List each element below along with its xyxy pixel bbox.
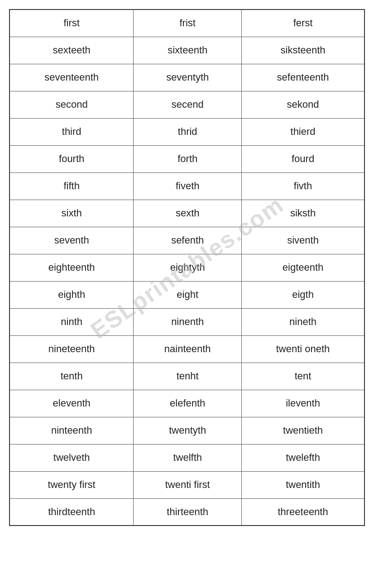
table-cell: thirteenth bbox=[134, 498, 242, 526]
table-row: thirdteenththirteenththreeteenth bbox=[10, 498, 364, 526]
table-row: eighteentheightytheigteenth bbox=[10, 254, 364, 281]
table-row: sixthsexthsiksth bbox=[10, 200, 364, 227]
table-cell: sixth bbox=[10, 200, 134, 227]
table-cell: siventh bbox=[242, 227, 364, 254]
table-cell: nainteenth bbox=[134, 335, 242, 363]
table-cell: eigth bbox=[242, 281, 364, 308]
table-cell: eightyth bbox=[134, 254, 242, 281]
table-cell: eigteenth bbox=[242, 254, 364, 281]
table-row: nineteenthnainteenthtwenti oneth bbox=[10, 335, 364, 363]
table-cell: eleventh bbox=[10, 390, 134, 417]
table-cell: thirdteenth bbox=[10, 498, 134, 526]
table-row: fourthforthfourd bbox=[10, 145, 364, 172]
table-row: firstfristferst bbox=[10, 10, 364, 37]
table-cell: ninth bbox=[10, 308, 134, 335]
table-cell: elefenth bbox=[134, 390, 242, 417]
table-cell: eighth bbox=[10, 281, 134, 308]
table-cell: siksth bbox=[242, 200, 364, 227]
table-cell: frist bbox=[134, 10, 242, 37]
table-cell: twenty first bbox=[10, 471, 134, 498]
ordinals-table: firstfristferstsexteethsixteenthsiksteen… bbox=[9, 9, 365, 526]
table-cell: siksteenth bbox=[242, 37, 364, 64]
table-cell: sekond bbox=[242, 91, 364, 118]
table-cell: third bbox=[10, 118, 134, 145]
table-cell: twentith bbox=[242, 471, 364, 498]
table-cell: twentieth bbox=[242, 417, 364, 444]
table-cell: sixteenth bbox=[134, 37, 242, 64]
table-row: seventhsefenthsiventh bbox=[10, 227, 364, 254]
table-row: sexteethsixteenthsiksteenth bbox=[10, 37, 364, 64]
table-cell: seventh bbox=[10, 227, 134, 254]
table-cell: forth bbox=[134, 145, 242, 172]
table-cell: thrid bbox=[134, 118, 242, 145]
table-cell: twenti oneth bbox=[242, 335, 364, 363]
table-cell: ninenth bbox=[134, 308, 242, 335]
table-row: seventeenthseventythsefenteenth bbox=[10, 64, 364, 91]
table-cell: ileventh bbox=[242, 390, 364, 417]
table-cell: fifth bbox=[10, 172, 134, 200]
table-row: secondsecendsekond bbox=[10, 91, 364, 118]
table-cell: seventyth bbox=[134, 64, 242, 91]
table-cell: fourth bbox=[10, 145, 134, 172]
table-row: twenty firsttwenti firsttwentith bbox=[10, 471, 364, 498]
table-row: eightheighteigth bbox=[10, 281, 364, 308]
table-cell: seventeenth bbox=[10, 64, 134, 91]
table-cell: fiveth bbox=[134, 172, 242, 200]
table-cell: eighteenth bbox=[10, 254, 134, 281]
table-cell: sefenteenth bbox=[242, 64, 364, 91]
table-cell: ninteenth bbox=[10, 417, 134, 444]
table-cell: sexth bbox=[134, 200, 242, 227]
table-cell: sefenth bbox=[134, 227, 242, 254]
table-row: eleventhelefenthileventh bbox=[10, 390, 364, 417]
table-row: thirdthridthierd bbox=[10, 118, 364, 145]
table-row: twelvethtwelfthtwelefth bbox=[10, 444, 364, 471]
table-cell: tenth bbox=[10, 363, 134, 390]
table-cell: twelfth bbox=[134, 444, 242, 471]
worksheet-container: ESLprintables.com firstfristferstsexteet… bbox=[9, 9, 365, 526]
table-cell: threeteenth bbox=[242, 498, 364, 526]
table-cell: nineteenth bbox=[10, 335, 134, 363]
table-cell: tent bbox=[242, 363, 364, 390]
table-cell: nineth bbox=[242, 308, 364, 335]
table-cell: secend bbox=[134, 91, 242, 118]
table-cell: twentyth bbox=[134, 417, 242, 444]
table-cell: tenht bbox=[134, 363, 242, 390]
table-cell: first bbox=[10, 10, 134, 37]
table-cell: twenti first bbox=[134, 471, 242, 498]
table-row: tenthtenhttent bbox=[10, 363, 364, 390]
table-cell: twelveth bbox=[10, 444, 134, 471]
table-cell: thierd bbox=[242, 118, 364, 145]
table-cell: sexteeth bbox=[10, 37, 134, 64]
table-cell: eight bbox=[134, 281, 242, 308]
table-row: fifthfivethfivth bbox=[10, 172, 364, 200]
table-row: ninthninenthnineth bbox=[10, 308, 364, 335]
table-cell: second bbox=[10, 91, 134, 118]
table-row: ninteenthtwentythtwentieth bbox=[10, 417, 364, 444]
table-cell: fourd bbox=[242, 145, 364, 172]
table-cell: twelefth bbox=[242, 444, 364, 471]
table-cell: ferst bbox=[242, 10, 364, 37]
table-cell: fivth bbox=[242, 172, 364, 200]
